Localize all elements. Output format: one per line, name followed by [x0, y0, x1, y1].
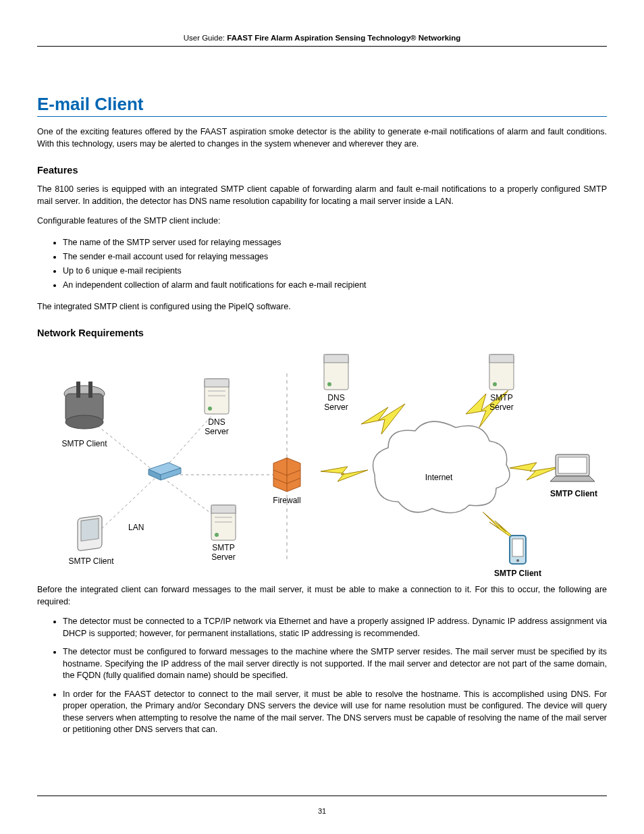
server-icon — [489, 355, 514, 390]
smtp-client-label: SMTP Client — [68, 556, 114, 566]
svg-point-29 — [327, 382, 331, 386]
dns-server-label: DNSServer — [205, 417, 228, 436]
network-p1: Before the integrated client can forward… — [37, 584, 607, 608]
firewall-icon — [273, 458, 300, 492]
features-p3: The integrated SMTP client is configured… — [37, 301, 607, 313]
svg-rect-8 — [76, 382, 80, 398]
svg-rect-21 — [81, 519, 99, 542]
diagram-svg: Internet SMTP Client — [37, 346, 607, 576]
server-icon — [205, 379, 229, 414]
pda-icon — [78, 515, 102, 551]
network-diagram: Internet SMTP Client — [37, 346, 607, 576]
network-bullets: The detector must be connected to a TCP/… — [37, 616, 607, 736]
page-number: 31 — [0, 807, 644, 815]
svg-point-32 — [493, 382, 497, 386]
internet-cloud-icon: Internet — [373, 421, 510, 513]
features-p2: Configurable features of the SMTP client… — [37, 215, 607, 228]
firewall-label: Firewall — [273, 496, 300, 505]
features-bullets: The name of the SMTP server used for rel… — [37, 236, 607, 293]
lan-lines-icon — [91, 407, 280, 532]
svg-rect-31 — [489, 355, 514, 363]
svg-rect-16 — [211, 505, 236, 513]
list-item: Up to 6 unique e-mail recipients — [63, 264, 607, 278]
smtp-client-label: SMTP Client — [550, 489, 597, 498]
list-item: The sender e-mail account used for relay… — [63, 250, 607, 264]
svg-point-7 — [65, 415, 103, 429]
dns-server-label: DNSServer — [324, 393, 348, 412]
bolt-icon — [321, 467, 368, 481]
svg-rect-28 — [324, 355, 348, 363]
smtp-client-label: SMTP Client — [494, 569, 541, 576]
server-icon — [324, 355, 348, 390]
svg-rect-34 — [558, 457, 587, 473]
features-heading: Features — [37, 165, 607, 176]
phone-icon — [510, 536, 526, 564]
svg-rect-36 — [512, 539, 523, 556]
svg-point-19 — [215, 533, 219, 537]
server-icon — [211, 505, 236, 540]
features-p1: The 8100 series is equipped with an inte… — [37, 184, 607, 207]
lan-label: LAN — [128, 523, 144, 532]
list-item: The name of the SMTP server used for rel… — [63, 236, 607, 250]
list-item: An independent collection of alarm and f… — [63, 278, 607, 292]
svg-point-14 — [208, 407, 212, 411]
list-item: In order for the FAAST detector to conne… — [63, 689, 607, 736]
running-header: User Guide: FAAST Fire Alarm Aspiration … — [37, 34, 607, 46]
laptop-icon — [550, 454, 595, 481]
svg-rect-11 — [205, 379, 229, 387]
switch-icon — [149, 463, 181, 480]
intro-paragraph: One of the exciting features offered by … — [37, 126, 607, 150]
list-item: The detector must be connected to a TCP/… — [63, 616, 607, 640]
smtp-server-label: SMTPServer — [211, 543, 235, 562]
internet-label: Internet — [425, 473, 453, 482]
smtp-client-label: SMTP Client — [61, 439, 107, 448]
document-page: User Guide: FAAST Fire Alarm Aspiration … — [0, 0, 644, 834]
footer-rule — [37, 796, 607, 796]
header-rule — [37, 46, 607, 47]
bolt-icon — [361, 404, 405, 434]
svg-rect-9 — [88, 382, 92, 398]
bolt-icon — [510, 463, 560, 480]
list-item: The detector must be configured to forwa… — [63, 646, 607, 682]
detector-icon — [64, 382, 105, 429]
smtp-server-label: SMTPServer — [489, 393, 513, 412]
page-title: E-mail Client — [37, 94, 607, 117]
svg-point-37 — [516, 559, 519, 562]
network-heading: Network Requirements — [37, 328, 607, 338]
header-title: FAAST Fire Alarm Aspiration Sensing Tech… — [227, 34, 460, 42]
header-prefix: User Guide: — [184, 34, 227, 42]
